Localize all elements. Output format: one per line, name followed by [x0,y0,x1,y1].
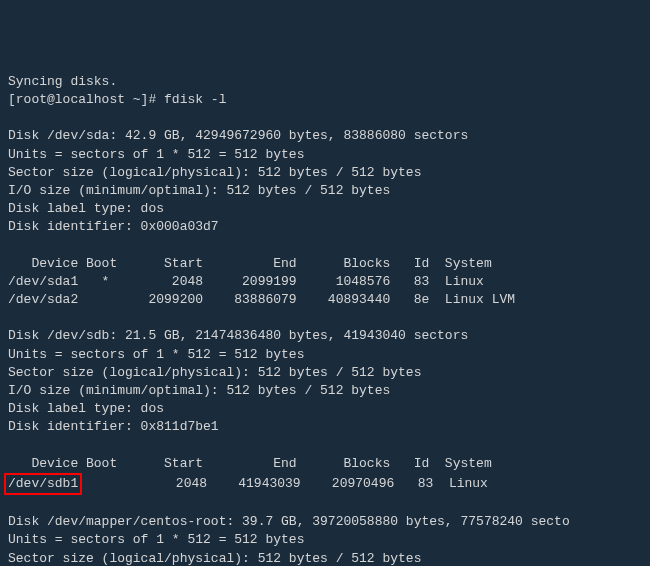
disk-sdb-id: Disk identifier: 0x811d7be1 [8,419,219,434]
disk-sda-sector: Sector size (logical/physical): 512 byte… [8,165,421,180]
disk-mapper-sector: Sector size (logical/physical): 512 byte… [8,551,421,566]
sdb-partition-1-rest: 2048 41943039 20970496 83 Linux [82,476,488,491]
disk-mapper-units: Units = sectors of 1 * 512 = 512 bytes [8,532,304,547]
sda-partition-1: /dev/sda1 * 2048 2099199 1048576 83 Linu… [8,274,484,289]
disk-sdb-sector: Sector size (logical/physical): 512 byte… [8,365,421,380]
sdb-table-header: Device Boot Start End Blocks Id System [8,456,492,471]
disk-sdb-label: Disk label type: dos [8,401,164,416]
disk-sdb-io: I/O size (minimum/optimal): 512 bytes / … [8,383,390,398]
disk-sdb-header: Disk /dev/sdb: 21.5 GB, 21474836480 byte… [8,328,468,343]
sdb-partition-1-device-highlighted: /dev/sdb1 [4,473,82,495]
disk-mapper-header: Disk /dev/mapper/centos-root: 39.7 GB, 3… [8,514,570,529]
disk-sda-header: Disk /dev/sda: 42.9 GB, 42949672960 byte… [8,128,468,143]
disk-sda-id: Disk identifier: 0x000a03d7 [8,219,219,234]
disk-sda-io: I/O size (minimum/optimal): 512 bytes / … [8,183,390,198]
terminal-output: Syncing disks. [root@localhost ~]# fdisk… [0,73,650,566]
line-syncing: Syncing disks. [8,74,117,89]
prompt-line: [root@localhost ~]# fdisk -l [8,92,226,107]
sda-partition-2: /dev/sda2 2099200 83886079 40893440 8e L… [8,292,515,307]
disk-sdb-units: Units = sectors of 1 * 512 = 512 bytes [8,347,304,362]
sda-table-header: Device Boot Start End Blocks Id System [8,256,492,271]
disk-sda-units: Units = sectors of 1 * 512 = 512 bytes [8,147,304,162]
disk-sda-label: Disk label type: dos [8,201,164,216]
